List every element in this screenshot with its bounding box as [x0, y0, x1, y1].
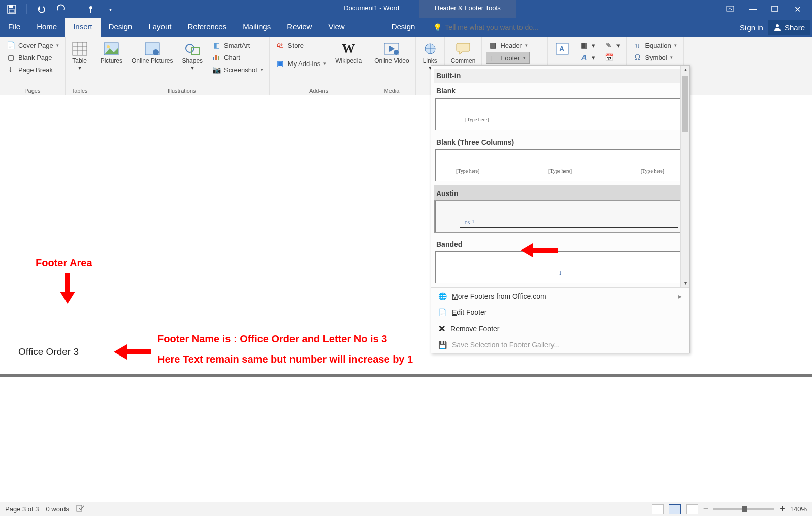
blank-page-button[interactable]: ▢Blank Page [4, 52, 61, 63]
svg-text:A: A [559, 45, 564, 53]
gallery-item-blank-three-columns[interactable]: [Type here] [Type here] [Type here] [435, 149, 685, 181]
maximize-icon[interactable] [767, 5, 783, 14]
text-box-button[interactable]: A [552, 40, 572, 58]
my-addins-button[interactable]: ▣My Add-ins [274, 58, 328, 69]
sign-in-link[interactable]: Sign in [740, 23, 763, 32]
online-video-button[interactable]: Online Video [372, 40, 411, 66]
page-break-button[interactable]: ⤓Page Break [4, 64, 61, 75]
pictures-button[interactable]: Pictures [99, 40, 124, 66]
equation-button[interactable]: πEquation [631, 40, 678, 51]
status-page[interactable]: Page 3 of 3 [5, 505, 39, 513]
footer-boundary-line [0, 315, 812, 315]
footer-gallery-dropdown: Built-in Blank [Type here] Blank (Three … [431, 65, 690, 353]
tab-home[interactable]: Home [28, 18, 65, 37]
symbol-button[interactable]: ΩSymbol [631, 52, 678, 63]
annotation-arrow-left-icon [114, 344, 151, 360]
read-mode-button[interactable] [652, 504, 664, 514]
shapes-button[interactable]: Shapes▾ [180, 40, 205, 72]
lightbulb-icon: 💡 [433, 23, 442, 31]
smartart-icon: ◧ [212, 41, 221, 50]
zoom-level[interactable]: 140% [790, 505, 807, 513]
wordart-icon: A [579, 53, 589, 62]
svg-point-3 [89, 6, 92, 9]
ribbon: 📄Cover Page ▢Blank Page ⤓Page Break Page… [0, 37, 812, 95]
annotation-arrow-down-icon [60, 273, 75, 304]
qat-customize-icon[interactable]: ▾ [104, 3, 117, 16]
zoom-slider[interactable] [713, 508, 774, 510]
more-footers-command[interactable]: 🌐 More Footers from Office.com ▸ [431, 288, 689, 304]
tab-review[interactable]: Review [279, 18, 320, 37]
page-icon: 📄 [438, 308, 447, 316]
web-layout-button[interactable] [686, 504, 698, 514]
pictures-icon [103, 41, 119, 57]
tab-view[interactable]: View [320, 18, 352, 37]
cover-page-button[interactable]: 📄Cover Page [4, 40, 61, 51]
minimize-icon[interactable]: — [745, 5, 760, 14]
annotation-footer-area: Footer Area [36, 257, 92, 269]
tab-design[interactable]: Design [101, 18, 141, 37]
svg-rect-4 [727, 6, 734, 11]
gallery-item-banded[interactable]: 1 [435, 251, 685, 283]
group-pages: 📄Cover Page ▢Blank Page ⤓Page Break Page… [0, 37, 66, 95]
smartart-button[interactable]: ◧SmartArt [210, 40, 265, 51]
annotation-arrow-austin-icon [521, 243, 558, 260]
remove-footer-command[interactable]: 🗙 Remove Footer [431, 320, 689, 337]
wordart-button[interactable]: A▾ [577, 52, 597, 63]
quick-access-toolbar: ▾ [0, 3, 117, 16]
svg-rect-20 [218, 56, 219, 60]
scrollbar-thumb[interactable] [682, 76, 688, 132]
close-icon[interactable]: ✕ [790, 5, 805, 14]
window-controls: — ✕ [723, 5, 812, 14]
zoom-slider-thumb[interactable] [742, 506, 747, 512]
date-time-button[interactable]: 📅 [602, 52, 622, 63]
touch-mode-icon[interactable] [84, 3, 98, 16]
annotation-line2: Here Text remain same but number will in… [157, 353, 413, 365]
svg-point-22 [394, 50, 399, 55]
share-button[interactable]: Share [768, 20, 810, 35]
undo-icon[interactable] [35, 3, 48, 16]
store-button[interactable]: 🛍Store [274, 40, 328, 51]
tab-context-design[interactable]: Design [383, 18, 424, 37]
tab-insert[interactable]: Insert [65, 18, 101, 37]
gallery-item-blank-title: Blank [434, 83, 686, 97]
zoom-in-button[interactable]: + [779, 504, 785, 514]
chart-icon [212, 53, 221, 62]
edit-footer-command[interactable]: 📄 Edit Footer [431, 304, 689, 320]
shapes-icon [184, 41, 201, 57]
signature-line-button[interactable]: ✎▾ [602, 40, 622, 51]
save-icon[interactable] [5, 3, 18, 16]
footer-button[interactable]: ▤Footer [486, 52, 530, 64]
svg-point-15 [153, 49, 159, 55]
comment-button[interactable]: Commen [449, 40, 478, 66]
zoom-out-button[interactable]: − [703, 504, 709, 514]
proofing-icon[interactable] [76, 505, 84, 513]
screenshot-button[interactable]: 📷Screenshot [210, 64, 265, 75]
tab-layout[interactable]: Layout [140, 18, 179, 37]
signature-icon: ✎ [604, 41, 613, 50]
gallery-item-austin-title: Austin [434, 185, 686, 200]
gallery-scrollbar[interactable]: ▴ ▾ [680, 66, 689, 287]
ribbon-display-options-icon[interactable] [723, 5, 738, 14]
redo-icon[interactable] [54, 3, 68, 16]
svg-point-6 [776, 24, 779, 27]
status-words[interactable]: 0 words [46, 505, 70, 513]
group-label: Media [372, 87, 411, 94]
header-button[interactable]: ▤Header [486, 40, 530, 51]
text-box-icon: A [554, 41, 570, 57]
gallery-item-blank[interactable]: [Type here] [435, 98, 685, 130]
tell-me-input[interactable] [445, 23, 577, 31]
store-icon: 🛍 [276, 41, 285, 50]
online-pictures-button[interactable]: Online Pictures [129, 40, 175, 66]
document-footer-text[interactable]: Office Order 3 [18, 346, 80, 358]
tab-mailings[interactable]: Mailings [235, 18, 279, 37]
print-layout-button[interactable] [669, 504, 681, 514]
wikipedia-button[interactable]: WWikipedia [333, 40, 364, 66]
tab-references[interactable]: References [179, 18, 235, 37]
comment-icon [455, 41, 471, 57]
chart-button[interactable]: Chart [210, 52, 265, 63]
gallery-item-austin[interactable]: pg. 1 [435, 201, 685, 232]
gallery-item-banded-title: Banded [434, 236, 686, 250]
table-button[interactable]: Table▾ [70, 40, 90, 72]
tab-file[interactable]: File [0, 18, 28, 37]
quick-parts-button[interactable]: ▦▾ [577, 40, 597, 51]
